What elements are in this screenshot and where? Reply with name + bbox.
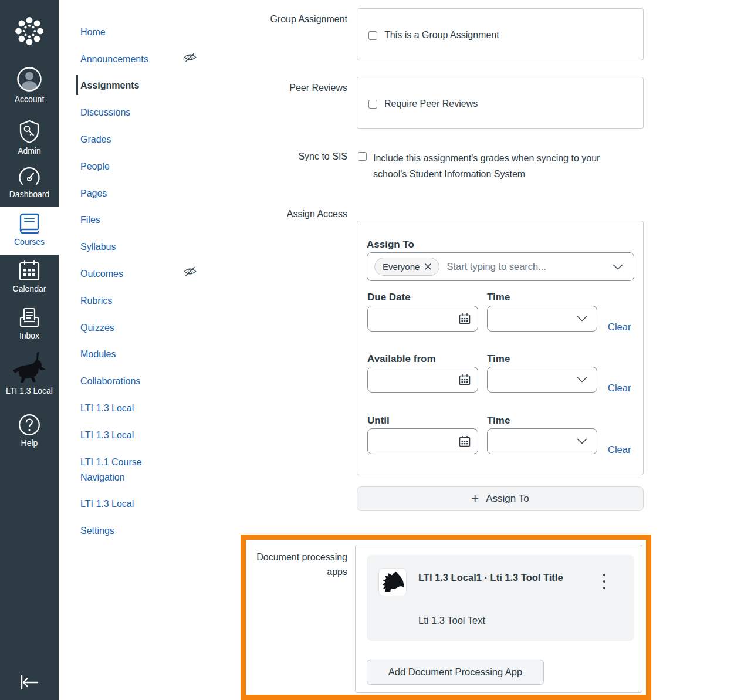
due-date-label: Due Date xyxy=(367,292,411,303)
sidebar-item-account[interactable]: Account xyxy=(0,66,59,104)
add-assign-to-button[interactable]: + Assign To xyxy=(357,486,644,511)
until-date-input[interactable] xyxy=(368,429,459,454)
course-nav-lti-13-local-2[interactable]: LTI 1.3 Local xyxy=(80,428,174,443)
available-from-label: Available from xyxy=(367,353,436,365)
course-nav-files[interactable]: Files xyxy=(80,212,174,228)
available-from-input[interactable] xyxy=(368,367,459,392)
unicorn-icon xyxy=(0,351,59,384)
due-time-select[interactable] xyxy=(487,306,597,332)
course-nav-lti-11-course-navigation[interactable]: LTI 1.1 Course Navigation xyxy=(80,455,163,485)
sidebar-item-admin[interactable]: Admin xyxy=(0,120,59,155)
until-clear-link[interactable]: Clear xyxy=(608,444,631,455)
lti-app-title: LTI 1.3 Local1 · Lti 1.3 Tool Title xyxy=(418,569,594,586)
sidebar-item-dashboard[interactable]: Dashboard xyxy=(0,166,59,199)
add-assign-to-button-label: Assign To xyxy=(486,493,529,505)
due-clear-link[interactable]: Clear xyxy=(608,322,631,333)
sidebar-item-courses[interactable]: Courses xyxy=(0,207,59,255)
canvas-assignment-edit-page: Account Admin Dashboard xyxy=(0,0,751,700)
gauge-icon xyxy=(0,166,59,187)
sidebar-item-label: Calendar xyxy=(0,284,59,293)
course-nav-lti-13-local-1[interactable]: LTI 1.3 Local xyxy=(80,401,174,416)
sidebar-item-label: Help xyxy=(0,438,59,448)
everyone-tag-label: Everyone xyxy=(383,262,420,272)
kebab-menu-icon[interactable] xyxy=(598,573,610,590)
hidden-eye-icon xyxy=(184,52,197,63)
canvas-logo-button[interactable] xyxy=(0,15,59,48)
course-nav-modules[interactable]: Modules xyxy=(80,347,174,362)
calendar-small-icon[interactable] xyxy=(459,374,471,385)
course-nav-syllabus[interactable]: Syllabus xyxy=(80,239,174,255)
hidden-eye-icon xyxy=(184,266,197,277)
until-time-label: Time xyxy=(487,415,510,427)
everyone-tag[interactable]: Everyone xyxy=(374,258,439,276)
sidebar-item-calendar[interactable]: Calendar xyxy=(0,259,59,293)
course-nav-people[interactable]: People xyxy=(80,159,174,174)
lti-app-text: Lti 1.3 Tool Text xyxy=(418,615,485,626)
course-nav-assignments[interactable]: Assignments xyxy=(80,78,174,93)
sidebar-item-label: Account xyxy=(0,94,59,104)
shield-key-icon xyxy=(0,120,59,144)
course-nav-settings[interactable]: Settings xyxy=(80,523,174,539)
lti-app-tile xyxy=(378,568,407,596)
group-assignment-label: Group Assignment xyxy=(230,14,347,25)
canvas-logo-icon xyxy=(0,15,59,48)
calendar-icon xyxy=(0,259,59,282)
course-nav-discussions[interactable]: Discussions xyxy=(80,105,174,120)
sync-to-sis-checkbox[interactable] xyxy=(358,152,367,161)
inbox-icon xyxy=(0,306,59,329)
until-time-select[interactable] xyxy=(487,428,597,454)
unicorn-head-icon xyxy=(381,571,404,593)
chevron-down-icon xyxy=(577,438,587,444)
calendar-small-icon[interactable] xyxy=(459,435,471,447)
peer-reviews-option: Require Peer Reviews xyxy=(368,99,478,109)
due-date-input[interactable] xyxy=(368,306,459,331)
global-nav: Account Admin Dashboard xyxy=(0,0,59,700)
peer-reviews-checkbox[interactable] xyxy=(368,100,377,109)
collapse-nav-button[interactable] xyxy=(0,672,59,692)
course-nav-announcements[interactable]: Announcements xyxy=(80,52,174,67)
remove-tag-icon[interactable] xyxy=(425,263,431,270)
add-document-processing-app-label: Add Document Processing App xyxy=(388,667,522,678)
collapse-arrow-icon xyxy=(0,672,59,692)
available-time-select[interactable] xyxy=(487,367,597,393)
course-nav-rubrics[interactable]: Rubrics xyxy=(80,293,174,309)
sidebar-item-label: LTI 1.3 Local xyxy=(0,386,59,395)
calendar-small-icon[interactable] xyxy=(459,313,471,324)
add-document-processing-app-button[interactable]: Add Document Processing App xyxy=(367,660,544,685)
peer-reviews-checkbox-label: Require Peer Reviews xyxy=(384,99,478,109)
available-clear-link[interactable]: Clear xyxy=(608,383,631,394)
document-processing-label: Document processing apps xyxy=(248,550,347,579)
sidebar-item-label: Inbox xyxy=(0,331,59,340)
group-assignment-checkbox[interactable] xyxy=(368,31,377,40)
group-assignment-checkbox-label: This is a Group Assignment xyxy=(384,30,499,40)
book-icon xyxy=(0,212,59,235)
avatar-icon xyxy=(0,66,59,92)
sidebar-item-label: Admin xyxy=(0,146,59,155)
assign-to-search-input[interactable] xyxy=(439,261,613,272)
sidebar-item-label: Dashboard xyxy=(0,190,59,199)
due-time-label: Time xyxy=(487,292,510,303)
chevron-down-icon xyxy=(577,377,587,383)
course-nav-outcomes[interactable]: Outcomes xyxy=(80,266,174,282)
sidebar-item-label: Courses xyxy=(0,237,59,246)
lti-app-card xyxy=(367,555,634,641)
chevron-down-icon xyxy=(577,316,587,322)
due-date-field xyxy=(367,306,478,332)
course-nav-quizzes[interactable]: Quizzes xyxy=(80,320,174,336)
peer-reviews-label: Peer Reviews xyxy=(230,83,347,93)
course-nav-collaborations[interactable]: Collaborations xyxy=(80,374,174,389)
chevron-down-icon[interactable] xyxy=(613,264,623,270)
course-nav-pages[interactable]: Pages xyxy=(80,186,174,201)
sync-to-sis-checkbox-label: Include this assignment's grades when sy… xyxy=(373,150,622,182)
group-assignment-option: This is a Group Assignment xyxy=(368,30,499,40)
assign-access-label: Assign Access xyxy=(230,209,347,219)
assign-to-multiselect[interactable]: Everyone xyxy=(367,252,634,281)
sidebar-item-help[interactable]: Help xyxy=(0,414,59,448)
course-nav-home[interactable]: Home xyxy=(80,25,174,40)
available-from-field xyxy=(367,367,478,393)
course-nav-lti-13-local-3[interactable]: LTI 1.3 Local xyxy=(80,496,174,512)
sidebar-item-inbox[interactable]: Inbox xyxy=(0,306,59,340)
until-date-field xyxy=(367,428,478,454)
sidebar-item-lti-local[interactable]: LTI 1.3 Local xyxy=(0,351,59,395)
course-nav-grades[interactable]: Grades xyxy=(80,132,174,147)
